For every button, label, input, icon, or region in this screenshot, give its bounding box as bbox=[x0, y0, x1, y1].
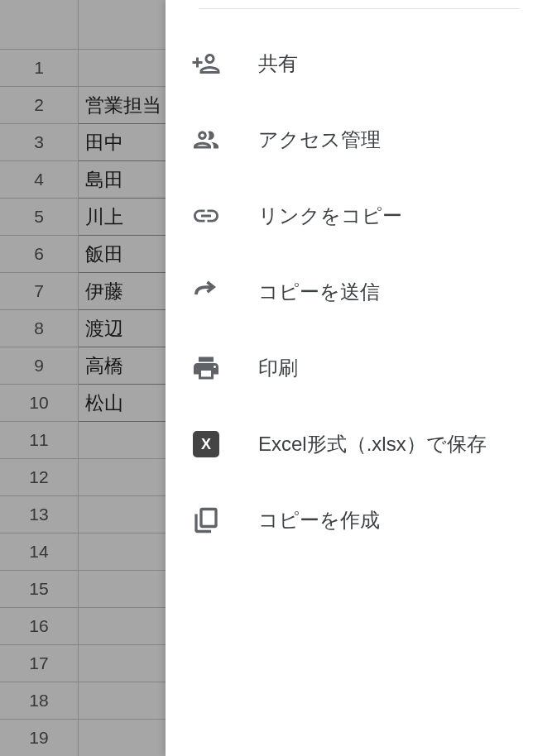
menu-label: コピーを作成 bbox=[258, 507, 380, 534]
cell[interactable] bbox=[79, 534, 178, 571]
cell[interactable] bbox=[79, 608, 178, 645]
row-header[interactable]: 15 bbox=[0, 571, 79, 608]
cell[interactable]: 高橋 bbox=[79, 347, 178, 385]
cell[interactable]: 飯田 bbox=[79, 236, 178, 273]
menu-label: 共有 bbox=[258, 50, 298, 77]
row-header[interactable]: 12 bbox=[0, 459, 79, 496]
cell[interactable] bbox=[79, 422, 178, 459]
menu-label: リンクをコピー bbox=[258, 203, 402, 229]
row-header[interactable]: 6 bbox=[0, 236, 79, 273]
menu-item-print[interactable]: 印刷 bbox=[166, 330, 552, 406]
cell[interactable] bbox=[79, 459, 178, 496]
cell[interactable]: 渡辺 bbox=[79, 310, 178, 347]
people-icon bbox=[189, 122, 223, 157]
print-icon bbox=[189, 351, 223, 385]
copy-icon bbox=[189, 503, 223, 538]
cell[interactable] bbox=[79, 571, 178, 608]
column-header bbox=[79, 0, 178, 50]
menu-item-send-copy[interactable]: コピーを送信 bbox=[166, 254, 552, 330]
cell[interactable] bbox=[79, 645, 178, 682]
row-header[interactable]: 2 bbox=[0, 87, 79, 124]
row-header[interactable]: 1 bbox=[0, 50, 79, 87]
row-header[interactable]: 19 bbox=[0, 720, 79, 756]
row-header[interactable]: 17 bbox=[0, 645, 79, 682]
menu-item-make-copy[interactable]: コピーを作成 bbox=[166, 482, 552, 558]
corner-cell bbox=[0, 0, 79, 50]
forward-arrow-icon bbox=[189, 275, 223, 309]
row-header[interactable]: 3 bbox=[0, 124, 79, 161]
row-header[interactable]: 5 bbox=[0, 199, 79, 236]
row-header[interactable]: 11 bbox=[0, 422, 79, 459]
cell[interactable] bbox=[79, 496, 178, 534]
person-add-icon bbox=[189, 46, 223, 81]
cell[interactable] bbox=[79, 682, 178, 720]
menu-label: コピーを送信 bbox=[258, 279, 380, 305]
row-headers: 12345678910111213141516171819 bbox=[0, 50, 79, 756]
cell[interactable] bbox=[79, 50, 178, 87]
menu-item-share[interactable]: 共有 bbox=[166, 26, 552, 102]
link-icon bbox=[189, 199, 223, 233]
row-header[interactable]: 7 bbox=[0, 273, 79, 310]
row-header[interactable]: 10 bbox=[0, 385, 79, 422]
row-header[interactable]: 18 bbox=[0, 682, 79, 720]
cell[interactable]: 川上 bbox=[79, 199, 178, 236]
menu-label: 印刷 bbox=[258, 355, 298, 381]
menu-divider bbox=[199, 8, 519, 9]
cell[interactable]: 伊藤 bbox=[79, 273, 178, 310]
menu-label: Excel形式（.xlsx）で保存 bbox=[258, 431, 487, 457]
row-header[interactable]: 16 bbox=[0, 608, 79, 645]
share-menu-panel: 共有 アクセス管理 リンクをコピー コピーを送信 印刷 X Excel形式（.x… bbox=[166, 0, 552, 756]
menu-item-save-as-excel[interactable]: X Excel形式（.xlsx）で保存 bbox=[166, 406, 552, 482]
menu-item-manage-access[interactable]: アクセス管理 bbox=[166, 102, 552, 178]
row-header[interactable]: 4 bbox=[0, 161, 79, 199]
menu-label: アクセス管理 bbox=[258, 127, 381, 153]
cell[interactable]: 松山 bbox=[79, 385, 178, 422]
row-header[interactable]: 8 bbox=[0, 310, 79, 347]
menu-item-copy-link[interactable]: リンクをコピー bbox=[166, 178, 552, 254]
cell[interactable] bbox=[79, 720, 178, 756]
cell[interactable]: 営業担当 bbox=[79, 87, 178, 124]
svg-rect-0 bbox=[201, 510, 216, 527]
excel-icon: X bbox=[189, 427, 223, 462]
row-header[interactable]: 14 bbox=[0, 534, 79, 571]
cell[interactable]: 島田 bbox=[79, 161, 178, 199]
cells-column-a: 営業担当田中島田川上飯田伊藤渡辺高橋松山 bbox=[79, 50, 178, 756]
row-header[interactable]: 9 bbox=[0, 347, 79, 385]
cell[interactable]: 田中 bbox=[79, 124, 178, 161]
row-header[interactable]: 13 bbox=[0, 496, 79, 534]
